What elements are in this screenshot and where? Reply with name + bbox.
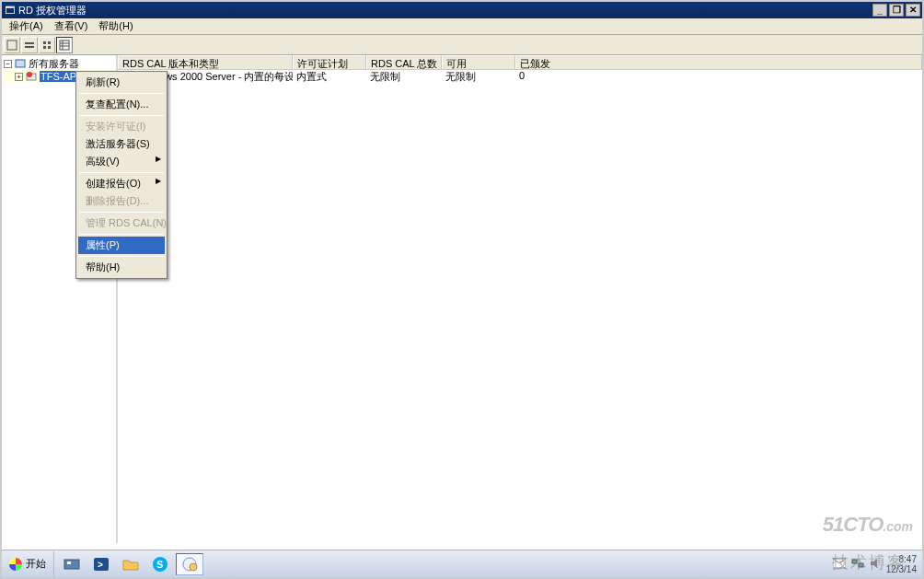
col-total[interactable]: RDS CAL 总数 [366, 55, 442, 69]
clock-time: 8:47 [886, 554, 917, 564]
svg-text:>: > [98, 560, 103, 570]
ctx-manage-cal: 管理 RDS CAL(N) [78, 214, 165, 232]
svg-point-23 [190, 563, 197, 571]
separator [79, 93, 164, 94]
tray-mail-icon[interactable] [833, 558, 846, 571]
servers-icon [14, 58, 27, 69]
col-version[interactable]: RDS CAL 版本和类型 [118, 55, 293, 69]
licensing-icon [180, 556, 199, 573]
system-tray: 8:47 12/3/14 [827, 554, 922, 574]
svg-rect-1 [25, 42, 34, 44]
separator [79, 115, 164, 116]
separator [79, 172, 164, 173]
svg-rect-16 [64, 560, 79, 569]
details-view-icon [59, 40, 70, 51]
menu-view[interactable]: 查看(V) [49, 17, 94, 35]
ctx-refresh[interactable]: 刷新(R) [78, 74, 165, 91]
tool-icon [24, 40, 35, 51]
col-issued[interactable]: 已颁发 [515, 55, 922, 69]
task-explorer[interactable] [117, 553, 144, 575]
cell-issued: 0 [515, 70, 922, 83]
svg-rect-26 [859, 563, 863, 567]
window-title: RD 授权管理器 [18, 4, 871, 17]
task-server-manager[interactable] [58, 553, 86, 575]
taskbar: 开始 > S 8:47 12/3/14 [2, 550, 922, 577]
quick-launch: > S [54, 553, 207, 575]
cell-avail: 无限制 [442, 70, 515, 83]
svg-rect-6 [48, 46, 51, 49]
server-icon [25, 71, 38, 82]
expand-icon[interactable]: + [15, 73, 23, 81]
tree-root-label: 所有服务器 [29, 57, 79, 71]
cell-plan: 内置式 [293, 70, 366, 83]
col-plan[interactable]: 许可证计划 [293, 55, 366, 69]
collapse-icon[interactable]: − [4, 60, 12, 68]
separator [79, 234, 164, 235]
svg-rect-0 [7, 41, 17, 50]
toolbar-button-2[interactable] [21, 37, 38, 53]
windows-orb-icon [9, 558, 22, 571]
toolbar-button-1[interactable] [4, 37, 20, 53]
svg-text:S: S [156, 559, 163, 570]
menu-bar: 操作(A) 查看(V) 帮助(H) [2, 18, 922, 35]
ctx-activate[interactable]: 激活服务器(S) [78, 135, 165, 153]
list-pane: RDS CAL 版本和类型 许可证计划 RDS CAL 总数 可用 已颁发 Wi… [118, 55, 922, 543]
svg-rect-3 [43, 41, 46, 44]
title-bar: 🗔 RD 授权管理器 _ ❐ ✕ [2, 2, 922, 18]
svg-rect-4 [48, 41, 51, 44]
start-button[interactable]: 开始 [2, 551, 54, 577]
ctx-delete-report: 删除报告(D)... [78, 192, 165, 210]
app-icon: 🗔 [4, 5, 15, 16]
tool-icon [6, 40, 17, 51]
ctx-create-report[interactable]: 创建报告(O) [78, 175, 165, 192]
svg-rect-5 [43, 46, 46, 49]
context-menu: 刷新(R) 复查配置(N)... 安装许可证(I) 激活服务器(S) 高级(V)… [75, 71, 167, 279]
svg-point-13 [27, 72, 32, 77]
maximize-button[interactable]: ❐ [889, 4, 904, 17]
task-rd-licensing[interactable] [176, 553, 203, 575]
task-skype[interactable]: S [146, 553, 174, 575]
clock[interactable]: 8:47 12/3/14 [886, 554, 917, 574]
svg-rect-7 [60, 41, 69, 50]
ctx-properties[interactable]: 属性(P) [78, 237, 165, 254]
folder-icon [121, 556, 140, 573]
ctx-review[interactable]: 复查配置(N)... [78, 96, 165, 113]
tray-sound-icon[interactable] [870, 558, 881, 571]
cell-total: 无限制 [366, 70, 442, 83]
clock-date: 12/3/14 [886, 564, 917, 574]
svg-rect-25 [852, 560, 857, 563]
task-powershell[interactable]: > [87, 553, 115, 575]
separator [79, 256, 164, 257]
close-button[interactable]: ✕ [906, 4, 920, 17]
start-label: 开始 [26, 557, 46, 571]
server-manager-icon [63, 556, 81, 573]
toolbar-button-3[interactable] [39, 37, 55, 53]
ctx-help[interactable]: 帮助(H) [78, 259, 165, 276]
ctx-advanced[interactable]: 高级(V) [78, 153, 165, 170]
powershell-icon: > [92, 556, 110, 573]
minimize-button[interactable]: _ [872, 4, 887, 17]
svg-rect-17 [67, 562, 71, 564]
list-header: RDS CAL 版本和类型 许可证计划 RDS CAL 总数 可用 已颁发 [118, 55, 922, 70]
menu-help[interactable]: 帮助(H) [93, 17, 138, 35]
svg-rect-11 [16, 60, 25, 67]
toolbar [2, 35, 922, 55]
col-avail[interactable]: 可用 [442, 55, 515, 69]
list-row[interactable]: Windows 2000 Server - 内置的每设备… 内置式 无限制 无限… [118, 70, 922, 83]
tool-icon [41, 40, 52, 51]
menu-action[interactable]: 操作(A) [4, 17, 49, 35]
tray-network-icon[interactable] [851, 558, 864, 571]
separator [79, 212, 164, 213]
ctx-install: 安装许可证(I) [78, 118, 165, 135]
toolbar-button-4[interactable] [56, 37, 73, 53]
tree-root[interactable]: − 所有服务器 [4, 57, 114, 70]
svg-rect-2 [25, 46, 34, 48]
skype-icon: S [151, 556, 169, 573]
